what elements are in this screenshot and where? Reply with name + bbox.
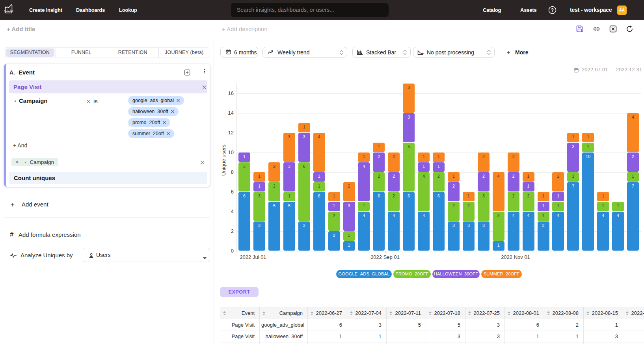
svg-text:?: ?	[551, 7, 554, 13]
